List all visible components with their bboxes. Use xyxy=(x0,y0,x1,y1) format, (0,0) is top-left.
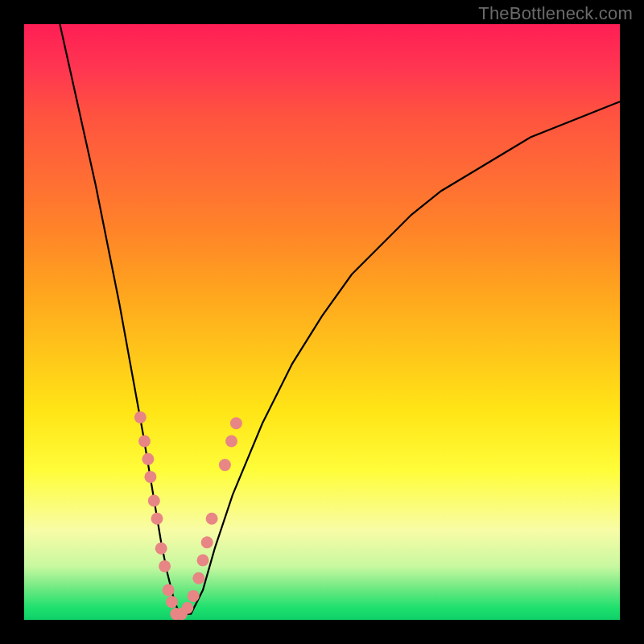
chart-svg xyxy=(24,24,620,620)
data-marker xyxy=(219,459,231,471)
data-marker xyxy=(192,572,204,584)
data-marker xyxy=(142,453,154,465)
data-marker xyxy=(230,417,242,429)
data-marker xyxy=(148,495,160,507)
data-marker xyxy=(197,555,209,567)
bottleneck-curve-path xyxy=(60,24,620,614)
data-marker xyxy=(151,513,163,525)
plot-area xyxy=(24,24,620,620)
data-marker xyxy=(188,590,200,602)
data-marker xyxy=(155,543,167,555)
data-marker xyxy=(201,536,213,548)
data-marker xyxy=(159,560,171,572)
data-marker xyxy=(134,411,147,423)
bottleneck-curve xyxy=(60,24,620,614)
chart-frame: TheBottleneck.com xyxy=(0,0,644,644)
watermark-text: TheBottleneck.com xyxy=(478,3,633,24)
data-marker xyxy=(138,436,151,448)
data-marker xyxy=(163,584,175,597)
data-marker xyxy=(166,596,178,608)
data-marker xyxy=(206,513,218,525)
data-marker xyxy=(144,471,156,483)
data-marker xyxy=(225,436,237,448)
data-marker xyxy=(181,602,193,614)
